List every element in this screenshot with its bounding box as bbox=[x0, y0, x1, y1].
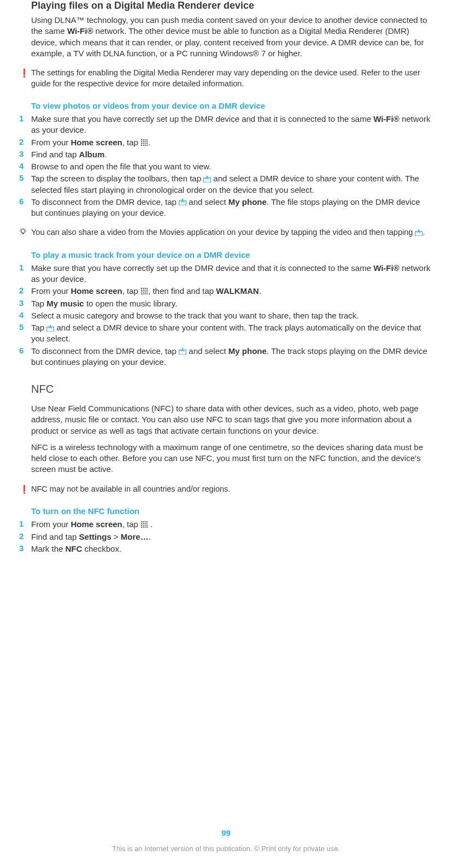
proc2-step2: From your Home screen, tap , then find a… bbox=[31, 286, 433, 297]
proc1-step2: From your Home screen, tap . bbox=[31, 137, 433, 148]
page-number: 99 bbox=[0, 828, 452, 837]
important-icon: ❗ bbox=[19, 68, 31, 78]
apps-icon bbox=[140, 521, 148, 528]
proc3-step1: From your Home screen, tap . bbox=[31, 519, 433, 530]
share-device-icon bbox=[179, 198, 186, 205]
section-title-dmr: Playing files on a Digital Media Rendere… bbox=[31, 0, 433, 11]
proc3-step2: Find and tap Settings > More…. bbox=[31, 532, 433, 542]
proc3-heading: To turn on the NFC function bbox=[31, 506, 433, 516]
proc2-step4: Select a music category and browse to th… bbox=[31, 310, 433, 321]
share-device-icon bbox=[203, 175, 211, 182]
tip-icon bbox=[19, 227, 31, 238]
proc3-step3: Mark the NFC checkbox. bbox=[31, 544, 433, 554]
proc1-tip: You can also share a video from the Movi… bbox=[31, 227, 433, 238]
important-icon: ❗ bbox=[19, 484, 31, 494]
nfc-p2: NFC is a wireless technology with a maxi… bbox=[31, 442, 433, 475]
proc2-steps: 1 Make sure that you have correctly set … bbox=[31, 263, 433, 368]
proc2-step3: Tap My music to open the music library. bbox=[31, 298, 433, 309]
apps-icon bbox=[140, 288, 148, 294]
nfc-heading: NFC bbox=[31, 383, 433, 395]
apps-icon bbox=[140, 139, 148, 146]
proc1-step3: Find and tap Album. bbox=[31, 149, 433, 160]
nfc-note: NFC may not be available in all countrie… bbox=[31, 484, 433, 495]
dmr-note: The settings for enabling the Digital Me… bbox=[31, 68, 433, 89]
proc1-step6: To disconnect from the DMR device, tap a… bbox=[31, 197, 433, 219]
intro-paragraph: Using DLNA™ technology, you can push med… bbox=[31, 15, 433, 59]
proc2-step6: To disconnect from the DMR device, tap a… bbox=[31, 346, 433, 368]
share-device-icon bbox=[179, 347, 186, 355]
proc1-step1: Make sure that you have correctly set up… bbox=[31, 114, 433, 136]
proc1-step4: Browse to and open the file that you wan… bbox=[31, 161, 433, 172]
share-device-icon bbox=[46, 324, 54, 332]
nfc-p1: Use Near Field Communications (NFC) to s… bbox=[31, 403, 433, 436]
share-device-icon bbox=[415, 229, 422, 236]
footer-text: This is an Internet version of this publ… bbox=[0, 845, 452, 853]
proc2-step1: Make sure that you have correctly set up… bbox=[31, 263, 433, 285]
proc2-heading: To play a music track from your device o… bbox=[31, 250, 433, 259]
proc3-steps: 1 From your Home screen, tap . 2 Find an… bbox=[31, 519, 433, 554]
proc1-step5: Tap the screen to display the toolbars, … bbox=[31, 173, 433, 196]
proc1-heading: To view photos or videos from your devic… bbox=[31, 101, 433, 110]
proc1-steps: 1 Make sure that you have correctly set … bbox=[31, 114, 433, 219]
proc2-step5: Tap and select a DMR device to share you… bbox=[31, 322, 433, 345]
